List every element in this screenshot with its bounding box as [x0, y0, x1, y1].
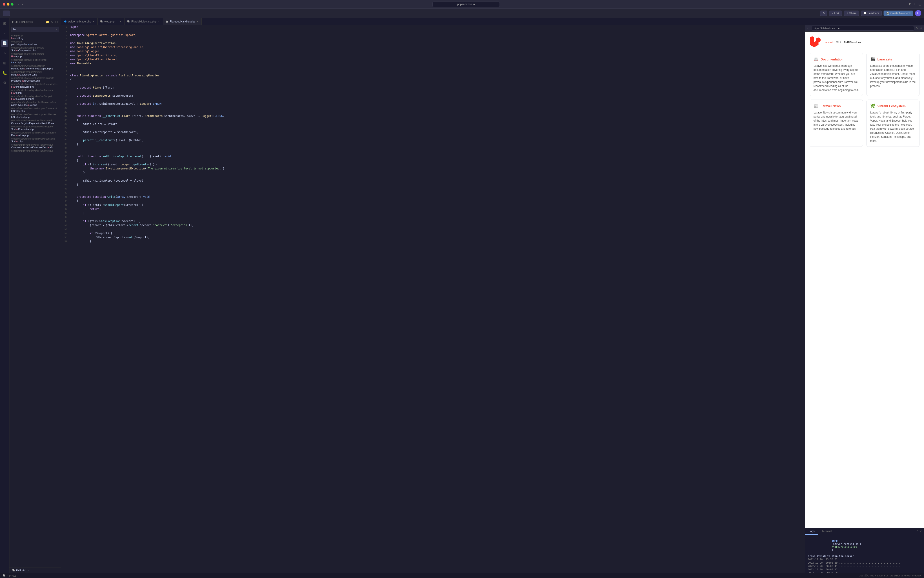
php-status: 🐘	[3, 574, 6, 577]
feedback-button[interactable]: 💬 Feedback	[861, 11, 882, 16]
user-avatar[interactable]: U	[915, 10, 921, 16]
list-item[interactable]: vendor/spatie/flare-client-php/src/Contr…	[10, 76, 60, 83]
preview-external-link[interactable]: ↗	[919, 26, 922, 30]
create-notebook-button[interactable]: 📓 Create Notebook	[883, 11, 913, 16]
activity-icon-git[interactable]: ⑂	[1, 30, 8, 37]
php-version-status: PHP v8.1	[6, 575, 16, 577]
list-item[interactable]: vendor/nikic/php-parser/lib/PhpParser/No…	[10, 137, 60, 143]
tab-close-flare-mw[interactable]: ✕	[158, 20, 160, 23]
list-item[interactable]: vendor/spatie/laravel-ignition/config fl…	[10, 58, 60, 64]
preview-content: Laravel on PHPSandbox 📖 Documentation	[805, 32, 924, 528]
newspaper-icon: 📰	[814, 103, 819, 109]
code-line: 1<?php	[61, 25, 805, 29]
tab-web-php[interactable]: 🐘 web.php ✕	[97, 18, 125, 25]
activity-icon-extensions[interactable]: ⊞	[1, 59, 8, 67]
list-item[interactable]: vendor/spatie/laravel-ignition/src/Facad…	[10, 89, 60, 94]
preview-url-bar[interactable]: https://8ih6w.ciroue.com	[812, 26, 914, 31]
list-item[interactable]: vendor/phpunit/phpunit/src/Framework/Ex	[10, 149, 60, 153]
code-line: 21	[61, 106, 805, 110]
tab-icon-flare-log: 🐘	[165, 20, 168, 23]
tab-flare-middleware[interactable]: 🐘 FlareMiddleware.php ✕	[125, 18, 163, 25]
back-button[interactable]: ‹	[17, 2, 20, 6]
settings-icon[interactable]: ⚙	[820, 11, 827, 16]
ecosystem-icon: 🌿	[870, 103, 876, 109]
tab-close-web[interactable]: ✕	[119, 20, 122, 23]
collapse-icon[interactable]: ⊟	[55, 20, 58, 24]
fullscreen-button[interactable]	[11, 3, 13, 6]
list-item[interactable]: storage/logs laravel.Log	[10, 34, 60, 40]
code-line: 53 $this->sentReports->add($report);	[61, 235, 805, 240]
list-item[interactable]: vendor/hamcrest/hamcrest-php/src/Hamcres…	[10, 107, 60, 113]
activity-icon-files[interactable]: 📄	[1, 39, 8, 47]
list-item[interactable]: vendor/bin patch-type-declarations	[10, 40, 60, 46]
video-icon: 🎬	[870, 57, 876, 62]
activity-icon-search[interactable]: ⌕	[1, 49, 8, 57]
log-content: INFO Server running on [ http://0.0.0.0:…	[805, 535, 924, 573]
fork-button[interactable]: ⑂ Fork	[829, 11, 842, 16]
list-item[interactable]: vendor/laravel/framework/src/Illuminate/…	[10, 119, 60, 125]
code-line: 36 throw new InvalidArgumentException('T…	[61, 167, 805, 171]
card-laracasts-header: 🎬 Laracasts	[870, 57, 916, 62]
forward-button[interactable]: ›	[21, 2, 24, 6]
search-clear-button[interactable]: ✕	[56, 28, 58, 31]
preview-forward-button[interactable]: ›	[809, 26, 811, 30]
refresh-icon[interactable]: ↻	[50, 20, 54, 24]
search-input[interactable]	[11, 27, 59, 32]
list-item[interactable]: vendor/spatie/laravel-ignition/src/Suppo…	[10, 94, 60, 101]
code-line: 51	[61, 227, 805, 232]
activity-icon-debug[interactable]: 🐛	[1, 69, 8, 76]
code-line: 38	[61, 175, 805, 179]
list-item[interactable]: vendor/phpunit/phpunit/src/Util RegularE…	[10, 70, 60, 76]
navigation-buttons: ‹ ›	[17, 2, 24, 6]
list-item[interactable]: vendor/spatie/flare-client-php/src/Flare…	[10, 83, 60, 89]
code-line: 19	[61, 98, 805, 102]
preview-back-button[interactable]: ‹	[807, 26, 808, 30]
tab-icon-web: 🐘	[100, 20, 103, 23]
tab-terminal[interactable]: Terminal	[818, 528, 835, 535]
minimize-button[interactable]	[7, 3, 10, 6]
code-line: 32	[61, 151, 805, 154]
laravel-logo: Laravel on PHPSandbox	[810, 36, 919, 47]
tab-close-flare-log[interactable]: ✕	[196, 20, 199, 23]
activity-icon-layout[interactable]: ⊞	[1, 20, 8, 27]
list-item[interactable]: vendor/nikic/php-parser/lib/PhpParser/Bu…	[10, 131, 60, 137]
code-line: 26	[61, 126, 805, 130]
share-icon[interactable]: ⬆	[908, 2, 911, 6]
list-item[interactable]: vendor/monolog/monolog/src/Monolog/For S…	[10, 125, 60, 131]
code-line: 23 public function __construct(Flare $fl…	[61, 114, 805, 118]
new-file-icon[interactable]: +	[42, 20, 44, 24]
terminal-close-icon[interactable]: ✕	[919, 530, 922, 533]
url-bar[interactable]: phpsandbox.io	[432, 2, 500, 7]
card-ecosystem-title: Vibrant Ecosystem	[877, 104, 906, 108]
terminal-expand-icon[interactable]: ⌃	[916, 530, 919, 533]
tab-welcome-blade[interactable]: 🔷 welcome.blade.php ✕	[61, 18, 97, 25]
menu-icon[interactable]: ☰	[3, 11, 10, 16]
file-tree: storage/logs laravel.Log vendor/bin patc…	[10, 34, 61, 567]
list-item[interactable]: vendor/symfony/error-handler/Resources/b…	[10, 101, 60, 107]
cards-grid: 📖 Documentation Laravel has wonderful, t…	[810, 53, 919, 147]
new-tab-icon[interactable]: ＋	[913, 2, 917, 6]
code-line: 46 return;	[61, 207, 805, 211]
code-editor[interactable]: 1<?php 2 3namespace Spatie\LaravelIgniti…	[61, 25, 805, 573]
new-folder-icon[interactable]: 📁	[45, 20, 50, 24]
code-line: 40 }	[61, 183, 805, 187]
tab-close-welcome[interactable]: ✕	[92, 20, 95, 23]
code-line: 24 {	[61, 118, 805, 122]
list-item[interactable]: vendor/phpunit/phpunit/src/Framework/Ex …	[10, 143, 60, 149]
list-item[interactable]: vendor/symfony/routing/Exception RouteCi…	[10, 64, 60, 70]
code-line: 42	[61, 191, 805, 195]
close-button[interactable]	[3, 3, 5, 6]
preview-refresh-button[interactable]: ↻	[916, 26, 918, 30]
list-item[interactable]: vendor/hamcrest/hamcrest-php/tests/Hamcr…	[10, 113, 60, 119]
tab-icon-blade: 🔷	[64, 20, 66, 23]
activity-icon-settings[interactable]: ⚙	[1, 79, 8, 86]
bottom-tab-actions: ⌃ ✕	[916, 528, 924, 535]
list-item[interactable]: vendor/sebastian/comparator/src ScalarCo…	[10, 46, 60, 52]
tab-flare-log-handler[interactable]: 🐘 FlareLogHandler.php ✕	[163, 18, 201, 25]
toolbar: ☰ ⚙ ⑂ Fork ↗ Share 💬 Feedback 📓 Create N…	[0, 8, 924, 18]
tab-logs[interactable]: Logs	[805, 528, 818, 535]
list-item[interactable]: vendor/spatie/flare-client-php/src Flare…	[10, 52, 60, 58]
window-icon[interactable]: ⊡	[918, 2, 921, 6]
share-button[interactable]: ↗ Share	[844, 11, 859, 16]
php-version-badge: 🐘 PHP v8.1 ⌄	[10, 567, 61, 573]
